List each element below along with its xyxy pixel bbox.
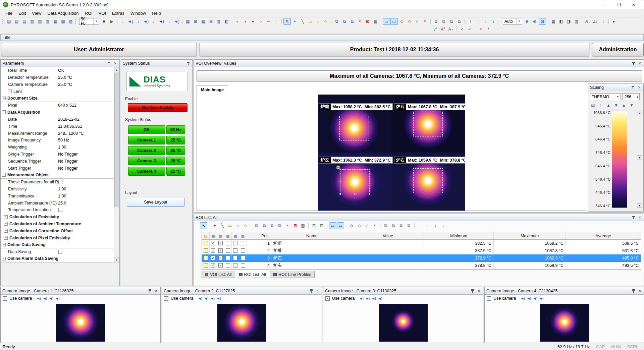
- autoscale-toggle[interactable]: ↕: [597, 102, 604, 109]
- parameter-row[interactable]: Measurement Range 248...1200 °C: [1, 130, 114, 137]
- roi-apply[interactable]: ✓: [363, 222, 371, 229]
- apply-voltage[interactable]: ✓: [458, 26, 466, 33]
- parameter-row[interactable]: Online Data Saving: [1, 241, 114, 248]
- parameter-row[interactable]: Measurement Object: [1, 172, 114, 179]
- roi-checkbox[interactable]: [211, 241, 215, 245]
- play-button[interactable]: ▶: [108, 18, 115, 25]
- roi-expand[interactable]: ⊞: [310, 222, 318, 229]
- show-grid[interactable]: ▦: [550, 18, 557, 25]
- point-roi-tool[interactable]: +: [291, 18, 299, 25]
- isotherm-1[interactable]: ●: [249, 18, 257, 25]
- sort-ascending[interactable]: A↓: [584, 18, 591, 25]
- checkbox[interactable]: [58, 180, 62, 184]
- column-header-maximum[interactable]: Maximum: [494, 232, 566, 239]
- spinner-arrows-icon[interactable]: ▲▼: [637, 95, 639, 99]
- parameter-row[interactable]: Online Alarm Data Saving: [1, 255, 114, 262]
- speaker-icon[interactable]: ◄): [216, 296, 221, 300]
- status-name-button[interactable]: Camera 1: [128, 136, 165, 144]
- parameter-row[interactable]: Transmittance 1.00: [1, 192, 114, 199]
- window-layout-6[interactable]: ▥: [44, 18, 51, 25]
- roi-alarm-red[interactable]: ◇: [398, 18, 406, 25]
- pin-icon[interactable]: [630, 85, 635, 90]
- column-header-name[interactable]: Name: [272, 232, 352, 239]
- parameter-row[interactable]: Detector Temperature 25.0 °C: [1, 74, 114, 81]
- parameter-row[interactable]: Date 2018-12-02: [1, 116, 114, 123]
- scroll-up-button[interactable]: ▲: [114, 67, 119, 72]
- roi-checkbox[interactable]: [233, 256, 237, 260]
- camera-config[interactable]: ◧: [223, 18, 230, 25]
- roi-checkbox[interactable]: [211, 248, 215, 253]
- zoom-in[interactable]: ⊕: [523, 18, 531, 25]
- use-camera-checkbox[interactable]: [164, 296, 168, 301]
- maximize-button[interactable]: ❒: [611, 0, 626, 9]
- data-save-3[interactable]: ↓: [150, 18, 157, 25]
- parameter-row[interactable]: Real Time OK: [1, 67, 114, 74]
- window-layout-7[interactable]: ▦: [52, 18, 59, 25]
- expand-icon[interactable]: [2, 110, 6, 114]
- close-icon[interactable]: ×: [154, 288, 159, 293]
- close-icon[interactable]: ×: [113, 61, 118, 66]
- roi-checkbox[interactable]: [241, 241, 245, 245]
- select-tool[interactable]: ↖: [283, 18, 291, 25]
- expand-icon[interactable]: [8, 90, 12, 93]
- list-view-tab[interactable]: VOI List: All: [202, 271, 235, 278]
- voltage-output[interactable]: v°: [432, 26, 439, 33]
- parameter-row[interactable]: Ambient Temperature (°C) 25.0: [1, 199, 114, 207]
- roi-color-swatch[interactable]: [204, 263, 208, 268]
- parameter-row[interactable]: Single Trigger No Trigger: [1, 151, 114, 158]
- color-scale-bar[interactable]: [612, 111, 627, 208]
- roi-rectangle-tool[interactable]: ▭: [226, 222, 234, 229]
- copy-roi[interactable]: ⧉: [341, 18, 348, 25]
- zoom-window[interactable]: ⊡: [539, 18, 546, 25]
- menu-item[interactable]: View: [29, 10, 44, 17]
- move-down[interactable]: ↓: [482, 18, 489, 25]
- new-window-1[interactable]: ⧉: [432, 18, 440, 25]
- roi-table-row[interactable]: 2 炉后 387.9 °C 1067.8 °C 531.3 °C: [202, 247, 641, 254]
- roi-checkbox[interactable]: [226, 241, 230, 245]
- roi-move-bottom[interactable]: ↓: [439, 222, 447, 229]
- roi-table-view[interactable]: ▦: [299, 222, 307, 229]
- expand-icon[interactable]: [4, 222, 8, 226]
- scale-marker-button[interactable]: ▼: [637, 111, 642, 115]
- window-layout-5[interactable]: ▥: [36, 18, 44, 25]
- move-bottom[interactable]: ↓: [490, 18, 497, 25]
- camera-view-2[interactable]: ⊞: [192, 18, 199, 25]
- roi-rectangle-selected[interactable]: ⊞: [340, 169, 370, 194]
- move-top[interactable]: ↑: [474, 18, 482, 25]
- scroll-down-button[interactable]: ▼: [114, 257, 119, 262]
- dock-bottom[interactable]: ▥: [573, 18, 580, 25]
- menu-item[interactable]: Data Acquisition: [44, 10, 82, 17]
- status-value-button[interactable]: 25 °C: [166, 157, 185, 165]
- column-header-average[interactable]: Average: [566, 232, 641, 239]
- pin-icon[interactable]: [631, 288, 636, 293]
- paste-roi[interactable]: ⧉: [348, 18, 356, 25]
- parameter-row[interactable]: Weighting 1.00: [1, 144, 114, 151]
- roi-table-row-selected[interactable]: 3 炉左 372.9 °C 1062.3 °C 495.8 °C: [202, 254, 641, 262]
- parameter-row[interactable]: Lens: [1, 88, 114, 95]
- stop-button[interactable]: ■: [100, 18, 108, 25]
- new-window-3[interactable]: ⧉: [448, 18, 455, 25]
- expand-icon[interactable]: [2, 97, 6, 100]
- roi-table-header[interactable]: ▤ ▦ ▦ ▦ ▦ ▦ Pos. Name Value Minimum Maxi…: [202, 232, 641, 240]
- speaker-icon[interactable]: ◄): [527, 296, 531, 300]
- roi-rectangle[interactable]: [413, 168, 443, 193]
- camera-layout[interactable]: ▥: [215, 18, 222, 25]
- speaker-icon[interactable]: ◄): [372, 296, 376, 300]
- roi-checkbox[interactable]: [226, 263, 230, 268]
- roi-show-values[interactable]: ▭: [337, 222, 344, 229]
- parameter-row[interactable]: Image Frequency 50 Hz: [1, 137, 114, 144]
- roi-checkbox[interactable]: [241, 263, 245, 268]
- audio-alarm-4[interactable]: ◄): [173, 18, 180, 25]
- speaker-icon[interactable]: ◄): [204, 296, 208, 300]
- roi-checkbox[interactable]: [218, 256, 223, 260]
- pin-icon[interactable]: [309, 288, 314, 293]
- status-name-button[interactable]: Camera 4: [128, 167, 165, 176]
- delete-all-rois[interactable]: ⊠: [364, 18, 371, 25]
- duplicate-roi[interactable]: ⧉: [333, 18, 340, 25]
- parameter-row[interactable]: Data Saving: [1, 248, 114, 255]
- roi-color-swatch[interactable]: [204, 248, 208, 253]
- parameter-row[interactable]: Emissivity 1.00: [1, 186, 114, 193]
- main-image-tab[interactable]: Main Image: [197, 85, 228, 94]
- pin-icon[interactable]: [147, 288, 152, 293]
- close-icon[interactable]: ×: [315, 288, 320, 293]
